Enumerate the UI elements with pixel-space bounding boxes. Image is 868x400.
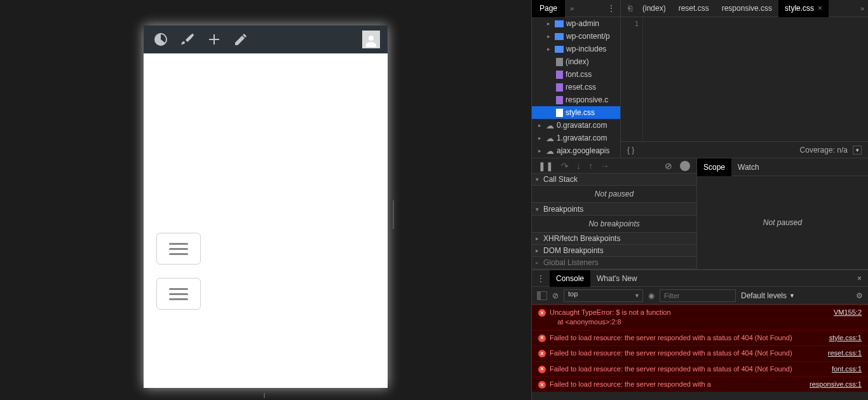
file-tab-index[interactable]: (index) [636,0,672,17]
section-call-stack[interactable]: ▾Call Stack [532,174,696,186]
file-tabs: ⎗ (index) reset.css responsive.css style… [621,0,868,17]
section-global[interactable]: ▸Global Listeners [532,257,696,269]
step-out-icon[interactable]: ↑ [588,161,593,171]
resize-handle-right[interactable] [391,200,397,229]
error-icon: × [538,334,546,342]
pretty-print-icon[interactable]: { } [627,146,634,155]
call-stack-body: Not paused [532,186,696,203]
file-tree: ▸wp-admin ▸wp-content/p ▸wp-includes (in… [532,17,621,158]
tree-file[interactable]: responsive.c [532,93,620,106]
page-body [144,53,388,388]
tree-file[interactable]: font.css [532,68,620,81]
pause-icon[interactable]: ❚❚ [538,161,553,171]
debug-toolbar: ❚❚ ↷ ↓ ↑ → ⊘ [532,158,696,174]
close-icon[interactable]: × [818,4,822,13]
tree-file-selected[interactable]: style.css [532,106,620,119]
file-tab-responsive[interactable]: responsive.css [715,0,778,17]
step-icon[interactable]: → [600,161,609,171]
tree-file[interactable]: reset.css [532,81,620,93]
nav-back-icon[interactable]: ⎗ [623,4,636,13]
clear-console-icon[interactable]: ⊘ [552,291,559,300]
console-error[interactable]: ×Failed to load resource: the server res… [532,345,868,361]
context-select[interactable]: top [564,289,643,302]
console-error[interactable]: ×Failed to load resource: the server res… [532,376,868,392]
tree-domain[interactable]: ▸☁1.gravatar.com [532,132,620,144]
source-link[interactable]: reset.css:1 [828,348,862,358]
more-icon[interactable]: ⋮ [602,4,620,13]
step-into-icon[interactable]: ↓ [576,161,581,171]
hamburger-button-1[interactable] [156,233,201,265]
source-link[interactable]: font.css:1 [832,364,862,374]
deactivate-breakpoints-icon[interactable]: ⊘ [665,161,672,171]
line-gutter: 1 [621,17,643,158]
section-breakpoints[interactable]: ▾Breakpoints [532,203,696,215]
tree-domain[interactable]: ▸☁ajax.googleapis [532,144,620,157]
resize-handle-bottom[interactable] [264,393,265,397]
page-tab[interactable]: Page [532,0,565,17]
tree-folder[interactable]: ▸wp-content/p [532,30,620,43]
console-messages: ×Uncaught TypeError: $ is not a function… [532,305,868,400]
source-link[interactable]: style.css:1 [829,333,862,343]
source-link[interactable]: VM155:2 [834,308,862,328]
gear-icon[interactable]: ⚙ [856,291,863,300]
pencil-icon[interactable] [227,25,254,53]
dashboard-icon[interactable] [147,25,174,53]
navigator-tabs: Page » ⋮ [532,0,621,17]
error-icon: × [538,366,546,373]
code-editor[interactable]: 1 { } Coverage: n/a ▾ [621,17,868,158]
chevron-right-icon[interactable]: » [565,4,579,12]
tree-folder[interactable]: ▸wp-admin [532,17,620,30]
console-toolbar: ⊘ top ▼ ◉ Default levels▼ ⚙ [532,287,868,305]
eye-icon[interactable]: ◉ [648,291,654,300]
responsive-viewport [0,0,531,400]
hamburger-button-2[interactable] [156,278,201,310]
coverage-label: Coverage: n/a [800,146,848,155]
section-xhr[interactable]: ▸XHR/fetch Breakpoints [532,233,696,245]
sidebar-toggle-icon[interactable] [537,291,547,300]
filter-input[interactable] [660,289,736,302]
chevron-right-icon[interactable]: » [860,4,868,12]
console-error[interactable]: ×Failed to load resource: the server res… [532,361,868,376]
brush-icon[interactable] [174,25,201,53]
levels-select[interactable]: Default levels▼ [741,291,795,300]
file-tab-reset[interactable]: reset.css [672,0,715,17]
console-error[interactable]: ×Failed to load resource: the server res… [532,330,868,345]
whatsnew-tab[interactable]: What's New [590,270,644,287]
error-icon: × [538,350,546,357]
debug-sidebar: ❚❚ ↷ ↓ ↑ → ⊘ ▾Call Stack Not paused ▾Bre… [532,158,697,269]
tree-folder[interactable]: ▸wp-includes [532,43,620,55]
scope-tab[interactable]: Scope [697,158,731,176]
file-tab-style[interactable]: style.css× [778,0,829,17]
watch-tab[interactable]: Watch [731,158,766,176]
avatar[interactable] [362,31,380,48]
error-icon: × [538,381,546,389]
console-drawer: ⋮ Console What's New × ⊘ top ▼ ◉ Default… [532,270,868,400]
pause-exceptions-icon[interactable] [680,161,690,171]
console-tab[interactable]: Console [550,270,590,287]
device-frame [144,25,388,388]
coverage-toggle-icon[interactable]: ▾ [853,146,862,155]
drawer-more-icon[interactable]: ⋮ [532,274,550,283]
close-icon[interactable]: × [851,274,868,283]
scope-body: Not paused [697,176,868,269]
devtools-panel: Page » ⋮ ⎗ (index) reset.css responsive.… [531,0,868,400]
console-error[interactable]: ×Uncaught TypeError: $ is not a function… [532,305,868,330]
scope-panel: Scope Watch Not paused [697,158,868,269]
breakpoints-body: No breakpoints [532,216,696,233]
step-over-icon[interactable]: ↷ [561,161,569,171]
plus-icon[interactable] [201,25,227,53]
tree-domain[interactable]: ▸☁0.gravatar.com [532,119,620,132]
wp-admin-bar [144,25,388,53]
error-icon: × [538,309,546,317]
section-dom[interactable]: ▸DOM Breakpoints [532,245,696,257]
tree-file[interactable]: (index) [532,55,620,68]
source-link[interactable]: responsive.css:1 [810,380,862,389]
